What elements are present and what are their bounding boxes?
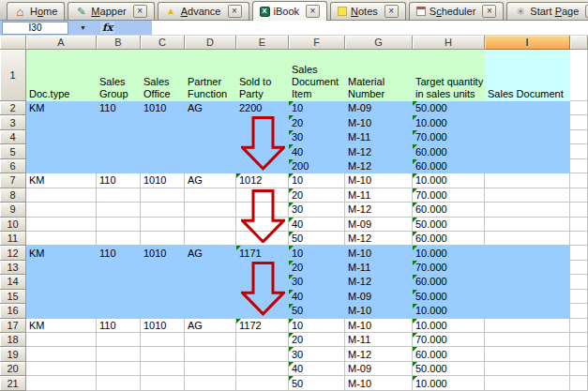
cell-J3[interactable] (570, 115, 588, 129)
cell-E7[interactable]: 1012 (236, 173, 289, 188)
cell-B12[interactable]: 110 (97, 246, 141, 260)
column-header-partial[interactable] (570, 36, 588, 50)
cell-E10[interactable] (236, 218, 289, 232)
cell-I17[interactable] (485, 319, 570, 333)
tab-mapper[interactable]: ✎Mapper× (68, 2, 154, 20)
cell-I3[interactable] (485, 115, 570, 129)
cell-H14[interactable]: 60.000 (413, 275, 485, 289)
cell-B4[interactable] (97, 130, 141, 144)
cell-H17[interactable]: 10.000 (413, 319, 485, 333)
cell-G13[interactable]: M-11 (345, 261, 413, 275)
cell-G3[interactable]: M-10 (345, 115, 413, 129)
cell-H9[interactable]: 60.000 (413, 203, 485, 217)
cell-I15[interactable] (485, 290, 570, 304)
cell-E21[interactable] (236, 376, 289, 390)
cell-I19[interactable] (485, 347, 570, 361)
cell-C10[interactable] (141, 218, 185, 232)
cell-F18[interactable]: 20 (289, 333, 345, 347)
column-header-H[interactable]: H (413, 36, 485, 50)
tab-close-icon[interactable]: × (228, 5, 242, 18)
cell-C3[interactable] (141, 115, 185, 129)
column-header-I[interactable]: I (485, 36, 570, 50)
cell-B14[interactable] (97, 275, 141, 289)
cell-B15[interactable] (97, 290, 141, 304)
cell-B20[interactable] (97, 362, 141, 376)
cell-F1[interactable]: Sales Document Item (289, 50, 345, 101)
cell-G21[interactable]: M-10 (345, 376, 413, 390)
cell-E5[interactable] (236, 144, 289, 158)
cell-F13[interactable]: 20 (289, 261, 345, 275)
cell-F15[interactable]: 40 (289, 290, 345, 304)
cell-J7[interactable] (570, 173, 588, 188)
cell-B3[interactable] (97, 115, 141, 129)
cell-G2[interactable]: M-09 (345, 101, 413, 115)
cell-D21[interactable] (185, 376, 236, 390)
cell-A20[interactable] (26, 362, 97, 376)
cell-H6[interactable]: 60.000 (413, 159, 485, 173)
tab-close-icon[interactable]: × (384, 5, 399, 18)
cell-E8[interactable] (236, 188, 289, 203)
cell-A12[interactable]: KM (26, 246, 97, 260)
cell-F12[interactable]: 10 (289, 246, 345, 260)
tab-scheduler[interactable]: Scheduler× (409, 2, 505, 20)
cell-G20[interactable]: M-09 (345, 362, 413, 376)
cell-J13[interactable] (570, 261, 588, 275)
cell-H16[interactable]: 10.000 (413, 304, 485, 318)
cell-A3[interactable] (26, 115, 97, 129)
cell-J4[interactable] (570, 130, 588, 144)
row-header-18[interactable]: 18 (0, 333, 26, 347)
cell-H12[interactable]: 10.000 (413, 246, 485, 260)
column-header-F[interactable]: F (289, 36, 345, 50)
cell-F4[interactable]: 30 (289, 130, 345, 144)
cell-J8[interactable] (570, 188, 588, 203)
cell-E16[interactable] (236, 304, 289, 318)
cell-E13[interactable] (236, 261, 289, 275)
cell-C16[interactable] (141, 304, 185, 318)
cell-J10[interactable] (570, 218, 588, 232)
cell-A10[interactable] (26, 218, 97, 232)
cell-I16[interactable] (485, 304, 570, 318)
cell-F14[interactable]: 30 (289, 275, 345, 289)
cell-G11[interactable]: M-12 (345, 232, 413, 246)
row-header-14[interactable]: 14 (0, 275, 26, 289)
cell-H4[interactable]: 70.000 (413, 130, 485, 144)
row-header-20[interactable]: 20 (0, 362, 26, 376)
row-header-3[interactable]: 3 (0, 115, 26, 129)
name-box[interactable]: I30 (2, 22, 68, 35)
cell-E14[interactable] (236, 275, 289, 289)
cell-G16[interactable]: M-10 (345, 304, 413, 318)
row-header-5[interactable]: 5 (0, 144, 26, 158)
row-header-19[interactable]: 19 (0, 347, 26, 361)
row-header-8[interactable]: 8 (0, 188, 26, 203)
cell-E19[interactable] (236, 347, 289, 361)
cell-A21[interactable] (26, 376, 97, 390)
cell-A7[interactable]: KM (26, 173, 97, 188)
row-header-6[interactable]: 6 (0, 159, 26, 173)
cell-C6[interactable] (141, 159, 185, 173)
column-header-A[interactable]: A (26, 36, 97, 50)
cell-A16[interactable] (26, 304, 97, 318)
cell-H19[interactable]: 60.000 (413, 347, 485, 361)
insert-function-icon[interactable]: fx (100, 22, 114, 34)
cell-A15[interactable] (26, 290, 97, 304)
cell-B6[interactable] (97, 159, 141, 173)
cell-I8[interactable] (485, 188, 570, 203)
cell-H1[interactable]: Target quantity in sales units (413, 50, 485, 101)
cell-F21[interactable]: 50 (289, 376, 345, 390)
cell-C1[interactable]: Sales Office (141, 50, 185, 101)
cell-F19[interactable]: 30 (289, 347, 345, 361)
cell-C17[interactable]: 1010 (141, 319, 185, 333)
cell-B8[interactable] (97, 188, 141, 203)
formula-input[interactable] (151, 21, 588, 35)
cell-G19[interactable]: M-12 (345, 347, 413, 361)
cell-I9[interactable] (485, 203, 570, 217)
select-all-corner[interactable] (0, 36, 26, 50)
cell-J17[interactable] (570, 319, 588, 333)
cell-F9[interactable]: 30 (289, 203, 345, 217)
cell-H15[interactable]: 50.000 (413, 290, 485, 304)
cell-C19[interactable] (141, 347, 185, 361)
column-header-G[interactable]: G (345, 36, 413, 50)
cell-D3[interactable] (185, 115, 236, 129)
cell-H5[interactable]: 60.000 (413, 144, 485, 158)
cell-J9[interactable] (570, 203, 588, 217)
